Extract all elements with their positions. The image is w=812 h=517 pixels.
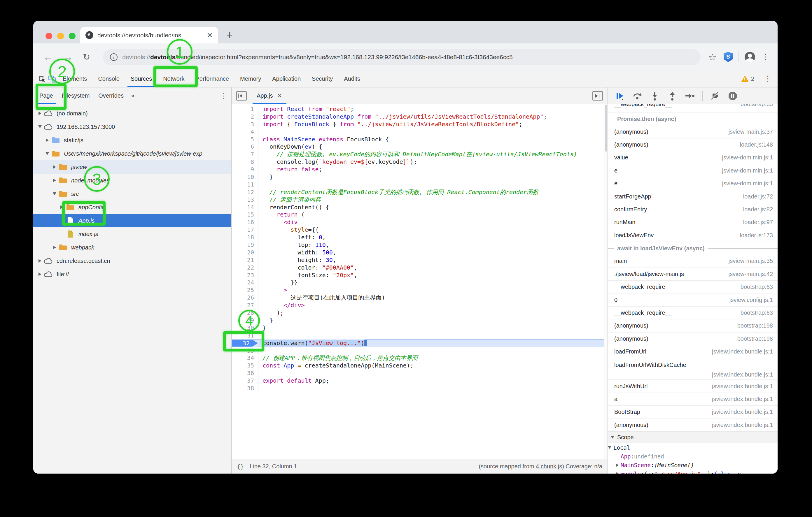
stack-frame-location[interactable]: loader.js:97 bbox=[743, 219, 773, 225]
stack-frame[interactable]: (anonymous)jsview-main.js:37 bbox=[608, 125, 778, 138]
stack-frame[interactable]: (anonymous)jsview.index.bundle.js:1 bbox=[608, 419, 778, 432]
line-number[interactable]: 5 bbox=[232, 136, 258, 143]
line-number[interactable]: 2 bbox=[232, 113, 258, 121]
line-number[interactable]: 27 bbox=[232, 302, 258, 309]
tree-item-192-168-123-157-3000[interactable]: 192.168.123.157:3000 bbox=[33, 120, 231, 133]
scope-property[interactable]: App: undefined bbox=[608, 452, 778, 461]
code-line-1[interactable]: 1import React from "react"; bbox=[232, 105, 608, 113]
back-icon[interactable]: ← bbox=[43, 51, 53, 63]
stack-frame-location[interactable]: bootstrap:63 bbox=[741, 104, 773, 108]
code-line-18[interactable]: 18 left: 0, bbox=[232, 234, 608, 241]
tab-application[interactable]: Application bbox=[267, 70, 306, 87]
tab-close-icon[interactable]: ✕ bbox=[206, 31, 213, 39]
stack-frame[interactable]: (anonymous)loader.js:148 bbox=[608, 139, 778, 151]
code-line-4[interactable]: 4 bbox=[232, 128, 608, 136]
line-number[interactable]: 26 bbox=[232, 294, 258, 302]
stack-frame[interactable]: __webpack_require__bootstrap:63 bbox=[608, 104, 778, 113]
stack-frame[interactable]: ejsview-dom.min.js:1 bbox=[608, 177, 778, 190]
stack-frame[interactable]: loadFromUrlWithDiskCachejsview.index.bun… bbox=[608, 358, 778, 380]
line-number[interactable]: 3 bbox=[232, 121, 258, 128]
show-debugger-icon[interactable] bbox=[592, 91, 603, 100]
profile-avatar[interactable] bbox=[745, 52, 755, 62]
stack-frame[interactable]: ./jsview/load/jsview-main.jsjsview-main.… bbox=[608, 268, 778, 281]
chevron-down-icon[interactable] bbox=[37, 125, 43, 128]
stack-frame[interactable]: 0jsview.config.js:1 bbox=[608, 294, 778, 306]
line-number[interactable]: 1 bbox=[232, 105, 258, 113]
line-number[interactable]: 7 bbox=[232, 151, 258, 158]
stack-frame-location[interactable]: jsview.index.bundle.js:1 bbox=[712, 396, 773, 402]
scope-property[interactable]: MainScene: ƒ MainScene() bbox=[608, 461, 778, 469]
hide-navigator-icon[interactable] bbox=[236, 91, 247, 100]
stack-frame[interactable]: confirmEntryloader.js:82 bbox=[608, 203, 778, 216]
code-line-38[interactable]: 38 bbox=[232, 385, 608, 392]
line-number[interactable]: 13 bbox=[232, 196, 258, 204]
code-line-21[interactable]: 21 height: 30, bbox=[232, 256, 608, 264]
extension-icon[interactable]: S bbox=[724, 52, 733, 62]
line-number[interactable]: 35 bbox=[232, 362, 258, 369]
line-number[interactable]: 3232 bbox=[232, 339, 258, 347]
stack-frame-location[interactable]: jsview.index.bundle.js:1 bbox=[614, 371, 773, 378]
step-icon[interactable] bbox=[685, 91, 695, 101]
code-line-26[interactable]: 26 这是空项目(在此加入项目的主界面) bbox=[232, 294, 608, 302]
code-line-34[interactable]: 34// 创建APP，带有视图焦点控制，启动后，焦点交由本界面 bbox=[232, 354, 608, 362]
tree-item-appconfig[interactable]: appConfig bbox=[33, 201, 231, 214]
tab-elements[interactable]: Elements bbox=[57, 70, 92, 87]
stack-frame[interactable]: runJsWithUrljsview.index.bundle.js:1 bbox=[608, 380, 778, 393]
stack-frame[interactable]: __webpack_require__bootstrap:63 bbox=[608, 281, 778, 294]
line-number[interactable]: 30 bbox=[232, 324, 258, 332]
tab-memory[interactable]: Memory bbox=[234, 70, 267, 87]
step-over-icon[interactable] bbox=[632, 91, 642, 101]
code-line-16[interactable]: 16 <div bbox=[232, 219, 608, 226]
code-line-35[interactable]: 35const App = createStandaloneApp(MainSc… bbox=[232, 362, 608, 369]
code-line-30[interactable]: 30} bbox=[232, 324, 608, 332]
code-line-28[interactable]: 28 ); bbox=[232, 309, 608, 317]
editor-tab-close-icon[interactable]: ✕ bbox=[277, 92, 282, 100]
step-out-icon[interactable] bbox=[667, 91, 677, 101]
resume-icon[interactable] bbox=[615, 91, 625, 101]
stack-frame[interactable]: (anonymous)bootstrap:198 bbox=[608, 320, 778, 332]
stack-frame[interactable]: loadJsViewEnvloader.js:173 bbox=[608, 229, 778, 242]
tree-item-jsview[interactable]: jsview bbox=[33, 160, 231, 174]
line-number[interactable]: 16 bbox=[232, 219, 258, 226]
line-number[interactable]: 6 bbox=[232, 143, 258, 151]
chevron-right-icon[interactable] bbox=[51, 246, 58, 249]
code-line-9[interactable]: 9 return false; bbox=[232, 166, 608, 174]
stack-frame[interactable]: BootStrapjsview.index.bundle.js:1 bbox=[608, 406, 778, 419]
code-editor[interactable]: 1import React from "react";2import creat… bbox=[232, 104, 608, 459]
stack-frame[interactable]: ajsview.index.bundle.js:1 bbox=[608, 393, 778, 406]
stack-frame-location[interactable]: jsview-main.js:37 bbox=[729, 128, 773, 135]
stack-frame-location[interactable]: jsview-dom.min.js:1 bbox=[722, 167, 773, 174]
url-bar[interactable]: i devtools://devtools/bundled/inspector.… bbox=[103, 49, 701, 65]
forward-icon[interactable]: → bbox=[63, 51, 73, 63]
tree-item-users-mengxk-workspace-git-qcode-jsview-jsview-exp[interactable]: Users/mengxk/workspace/git/qcode/jsview/… bbox=[33, 147, 231, 160]
chevron-right-icon[interactable] bbox=[44, 139, 51, 142]
line-number[interactable]: 38 bbox=[232, 385, 258, 392]
stack-frame-location[interactable]: jsview-dom.min.js:1 bbox=[722, 154, 773, 161]
deactivate-breakpoints-icon[interactable] bbox=[710, 91, 720, 101]
line-number[interactable]: 21 bbox=[232, 256, 258, 264]
editor-scrollbar[interactable] bbox=[604, 104, 608, 459]
code-line-19[interactable]: 19 top: 110, bbox=[232, 241, 608, 249]
navigator-kebab-icon[interactable]: ⋮ bbox=[220, 94, 227, 98]
tree-item-webpack[interactable]: webpack bbox=[33, 241, 231, 254]
line-number[interactable]: 29 bbox=[232, 317, 258, 324]
stack-frame-location[interactable]: jsview.index.bundle.js:1 bbox=[712, 383, 773, 390]
line-number[interactable]: 36 bbox=[232, 369, 258, 377]
stack-frame[interactable]: __webpack_require__bootstrap:63 bbox=[608, 307, 778, 320]
line-number[interactable]: 12 bbox=[232, 188, 258, 196]
stack-frame-location[interactable]: jsview-dom.min.js:1 bbox=[722, 180, 773, 187]
stack-frame-location[interactable]: jsview-main.js:42 bbox=[729, 271, 773, 277]
line-number[interactable]: 31 bbox=[232, 332, 258, 339]
code-line-29[interactable]: 29 } bbox=[232, 317, 608, 324]
inspect-icon[interactable] bbox=[37, 74, 47, 84]
step-into-icon[interactable] bbox=[650, 91, 660, 101]
line-number[interactable]: 20 bbox=[232, 249, 258, 256]
stack-frame-location[interactable]: bootstrap:198 bbox=[737, 335, 773, 342]
line-number[interactable]: 11 bbox=[232, 181, 258, 188]
line-number[interactable]: 28 bbox=[232, 309, 258, 317]
code-line-5[interactable]: 5class MainScene extends FocusBlock { bbox=[232, 136, 608, 143]
code-line-8[interactable]: 8 console.log(`keydown ev=${ev.keyCode}`… bbox=[232, 158, 608, 166]
tab-sources[interactable]: Sources bbox=[125, 70, 157, 87]
bookmark-star-icon[interactable]: ☆ bbox=[708, 52, 717, 63]
page-info-icon[interactable]: i bbox=[110, 53, 118, 61]
